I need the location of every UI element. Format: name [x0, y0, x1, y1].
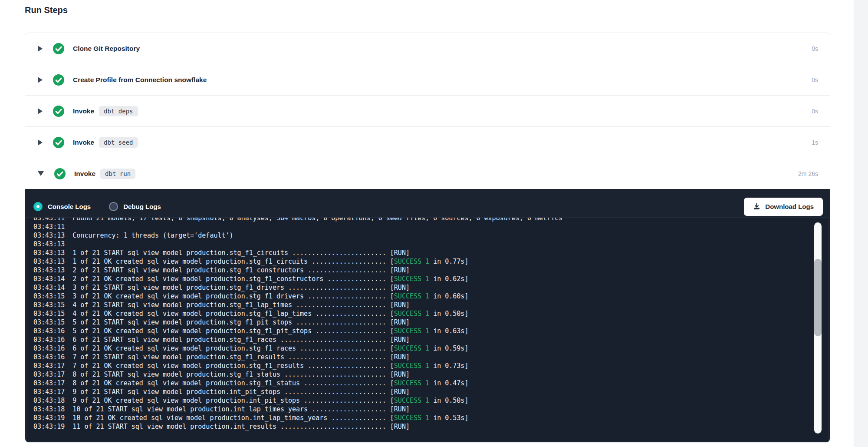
step-row-invoke-dbt-deps[interactable]: Invoke dbt deps 0s: [25, 95, 830, 126]
log-scrollbar[interactable]: [814, 222, 822, 434]
log-line: 03:43:14 2 of 21 OK created sql view mod…: [33, 275, 829, 283]
log-line: 03:43:14 3 of 21 START sql view model pr…: [33, 283, 829, 292]
log-line: 03:43:17 7 of 21 OK created sql view mod…: [33, 361, 829, 370]
step-label: Invoke: [73, 107, 94, 115]
step-row-create-profile[interactable]: Create Profile from Connection snowflake…: [25, 64, 830, 95]
chevron-right-icon[interactable]: [38, 46, 43, 52]
step-row-clone-git-repository[interactable]: Clone Git Repository 0s: [25, 33, 830, 64]
step-label: Clone Git Repository: [73, 45, 140, 53]
run-steps-page: Run Steps Clone Git Repository 0s Create…: [0, 0, 868, 447]
log-line: 03:43:19 10 of 21 OK created sql view mo…: [33, 414, 829, 422]
log-line: 03:43:17 9 of 21 START sql view model pr…: [33, 387, 829, 396]
log-line: 03:43:13 1 of 21 OK created sql view mod…: [33, 257, 829, 266]
log-line: 03:43:17 8 of 21 OK created sql view mod…: [33, 379, 829, 387]
debug-logs-radio[interactable]: Debug Logs: [109, 202, 161, 211]
page-title: Run Steps: [25, 5, 68, 15]
success-check-icon: [53, 106, 64, 117]
step-duration: 0s: [812, 108, 818, 115]
page-side-gutter: [854, 0, 868, 447]
download-logs-button[interactable]: Download Logs: [744, 198, 823, 216]
log-line: 03:43:11: [33, 222, 829, 231]
log-line: 03:43:13 2 of 21 START sql view model pr…: [33, 266, 829, 275]
success-check-icon: [53, 137, 64, 148]
log-line: 03:43:13: [33, 240, 829, 248]
command-chip: dbt seed: [99, 137, 138, 148]
step-label: Invoke: [74, 170, 95, 178]
log-panel: Console Logs Debug Logs Download Logs 03…: [25, 189, 830, 442]
log-line: 03:43:16 6 of 21 OK created sql view mod…: [33, 344, 829, 353]
console-log-output[interactable]: 03:43:11 Found 21 models, 17 tests, 0 sn…: [26, 217, 829, 441]
log-line: 03:43:15 5 of 21 START sql view model pr…: [33, 318, 829, 327]
log-line: 03:43:18 9 of 21 OK created sql view mod…: [33, 396, 829, 405]
log-line: 03:43:15 4 of 21 OK created sql view mod…: [33, 309, 829, 318]
log-line: 03:43:16 7 of 21 START sql view model pr…: [33, 353, 829, 361]
log-line: 03:43:13 1 of 21 START sql view model pr…: [33, 248, 829, 257]
command-chip: dbt deps: [99, 106, 138, 116]
download-icon: [753, 203, 760, 210]
radio-selected-icon[interactable]: [33, 202, 43, 211]
success-check-icon: [53, 74, 64, 86]
log-line: 03:43:15 3 of 21 OK created sql view mod…: [33, 292, 829, 301]
step-label: Create Profile from Connection snowflake: [73, 76, 207, 84]
download-button-label: Download Logs: [765, 203, 814, 210]
success-check-icon: [53, 43, 64, 54]
chevron-down-icon[interactable]: [38, 171, 44, 176]
radio-label: Debug Logs: [123, 203, 161, 210]
log-line: 03:43:13 Concurrency: 1 threads (target=…: [33, 231, 829, 240]
radio-label: Console Logs: [48, 203, 91, 210]
step-duration: 0s: [812, 76, 818, 83]
console-logs-radio[interactable]: Console Logs: [33, 202, 91, 211]
step-row-invoke-dbt-run[interactable]: Invoke dbt run 2m 26s: [25, 158, 830, 189]
command-chip: dbt run: [100, 169, 135, 179]
log-line: 03:43:19 11 of 21 START sql view model p…: [33, 422, 829, 431]
run-steps-card: Clone Git Repository 0s Create Profile f…: [25, 33, 830, 443]
log-panel-header: Console Logs Debug Logs Download Logs: [25, 189, 830, 217]
log-line: 03:43:16 5 of 21 OK created sql view mod…: [33, 327, 829, 335]
radio-unselected-icon[interactable]: [109, 202, 118, 211]
log-lines: 03:43:11 Found 21 models, 17 tests, 0 sn…: [33, 217, 829, 431]
step-duration: 1s: [812, 139, 818, 146]
log-line: 03:43:16 6 of 21 START sql view model pr…: [33, 335, 829, 344]
chevron-right-icon[interactable]: [38, 77, 43, 83]
chevron-right-icon[interactable]: [38, 139, 43, 146]
log-line: 03:43:11 Found 21 models, 17 tests, 0 sn…: [33, 217, 829, 222]
step-row-invoke-dbt-seed[interactable]: Invoke dbt seed 1s: [25, 126, 830, 158]
success-check-icon: [54, 168, 66, 179]
step-duration: 0s: [812, 45, 818, 52]
chevron-right-icon[interactable]: [38, 108, 43, 114]
step-label: Invoke: [73, 139, 94, 146]
step-duration: 2m 26s: [798, 170, 818, 177]
log-scrollbar-thumb[interactable]: [814, 259, 822, 336]
log-line: 03:43:17 8 of 21 START sql view model pr…: [33, 370, 829, 379]
log-line: 03:43:18 10 of 21 START sql view model p…: [33, 405, 829, 414]
log-line: 03:43:15 4 of 21 START sql view model pr…: [33, 301, 829, 309]
